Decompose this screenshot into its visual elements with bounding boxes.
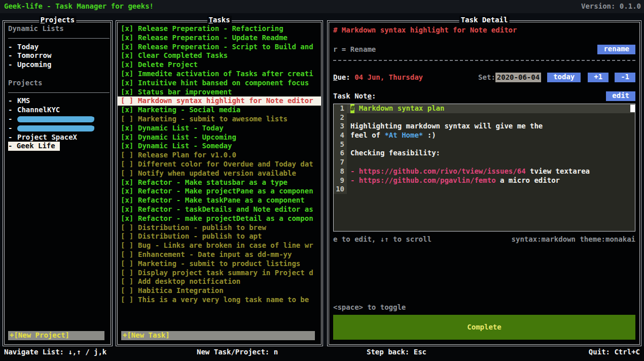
task-checkbox[interactable]: [x] bbox=[121, 106, 134, 115]
project-item[interactable]: -Tomorrow bbox=[5, 51, 111, 60]
task-checkbox[interactable]: [x] bbox=[121, 178, 134, 187]
editor-hint-right: syntax:markdown theme:monakai bbox=[512, 235, 635, 244]
projects-list: Dynamic Lists-Today-Tomorrow-UpcomingPro… bbox=[5, 22, 111, 344]
syntax-em-segment: *At Home* bbox=[384, 131, 423, 140]
task-item[interactable]: [x]Intuitive hint bansed on component fo… bbox=[118, 79, 321, 88]
task-item[interactable]: [x]Dynamic List - Upcoming bbox=[118, 133, 321, 142]
task-checkbox[interactable]: [x] bbox=[121, 43, 134, 52]
project-item[interactable]: - bbox=[5, 124, 111, 133]
task-checkbox[interactable]: [ ] bbox=[121, 269, 134, 278]
task-item[interactable]: [ ]Enhancement - Date input as dd-mm-yy bbox=[118, 250, 321, 259]
new-task-button[interactable]: +[New Task] bbox=[121, 331, 315, 340]
note-editor[interactable]: 1# Markdown syntax plan23Highlighting ma… bbox=[333, 104, 635, 232]
task-item[interactable]: [ ]Release Plan for v1.0.0 bbox=[118, 151, 321, 160]
task-label: This is a very very long task name to be bbox=[138, 296, 309, 304]
task-checkbox[interactable]: [ ] bbox=[121, 169, 134, 178]
task-checkbox[interactable]: [ ] bbox=[121, 296, 134, 305]
task-item[interactable]: [ ]Add desktop notification bbox=[118, 277, 321, 286]
task-item[interactable]: [x]Status bar improvement bbox=[118, 88, 321, 97]
due-label-value: Due: 04 Jun, Thursday bbox=[333, 73, 423, 82]
task-item[interactable]: [ ]Bug - Links are broken in case of lin… bbox=[118, 241, 321, 250]
task-checkbox[interactable]: [x] bbox=[121, 34, 134, 43]
project-bullet: - bbox=[8, 106, 17, 115]
task-checkbox[interactable]: [x] bbox=[121, 187, 134, 196]
project-label: Tomorrow bbox=[17, 51, 51, 59]
project-label: Upcoming bbox=[17, 60, 51, 69]
task-checkbox[interactable]: [ ] bbox=[121, 160, 134, 169]
task-item[interactable]: [x]Dynamic List - Someday bbox=[118, 142, 321, 151]
task-checkbox[interactable]: [ ] bbox=[121, 277, 134, 286]
project-item[interactable]: -Project SpaceX bbox=[5, 133, 111, 142]
task-checkbox[interactable]: [ ] bbox=[121, 151, 134, 160]
task-item[interactable]: [ ]Markdown syntax highlight for Note ed… bbox=[118, 96, 321, 106]
task-item[interactable]: [ ]Habitica Integration bbox=[118, 286, 321, 296]
task-checkbox[interactable]: [ ] bbox=[121, 286, 134, 296]
task-item[interactable]: [x]Clear Completed Tasks bbox=[118, 51, 321, 60]
task-item[interactable]: [ ]Marketing - submit to awesome lists bbox=[118, 115, 321, 124]
project-item[interactable]: -Upcoming bbox=[5, 60, 111, 70]
task-item[interactable]: [ ]Different color for Overdue and Today… bbox=[118, 160, 321, 169]
task-item[interactable]: [x]Release Preperation - Update Readme bbox=[118, 34, 321, 43]
task-checkbox[interactable]: [x] bbox=[121, 133, 134, 142]
task-checkbox[interactable]: [x] bbox=[121, 142, 134, 151]
task-checkbox[interactable]: [x] bbox=[121, 51, 134, 60]
syntax-plain-segment: a micro editor bbox=[496, 176, 560, 185]
task-item[interactable]: [x]Refactor - Make taskPane as a compone… bbox=[118, 196, 321, 205]
task-item[interactable]: [x]Marketing - Social media bbox=[118, 106, 321, 115]
task-item[interactable]: [x]Refactor - make projectDetail as a co… bbox=[118, 214, 321, 223]
project-bullet: - bbox=[8, 96, 17, 106]
project-item[interactable]: -ChannelKYC bbox=[5, 106, 111, 115]
task-checkbox[interactable]: [ ] bbox=[121, 259, 134, 269]
task-item[interactable]: [x]Dynamic List - Today bbox=[118, 124, 321, 133]
line-number: 3 bbox=[334, 122, 347, 131]
task-item[interactable]: [x]Refactor - Make statusbar as a type bbox=[118, 178, 321, 187]
task-detail-panel-title: Task Detail bbox=[459, 16, 510, 25]
task-item[interactable]: [x]Refactor - Make projectPane as a comp… bbox=[118, 187, 321, 196]
task-item[interactable]: [ ]Display project task summary in Proje… bbox=[118, 269, 321, 278]
task-checkbox[interactable]: [x] bbox=[121, 88, 134, 97]
edit-button[interactable]: edit bbox=[606, 91, 635, 101]
task-item[interactable]: [x]Immedite activation of Tasks after cr… bbox=[118, 70, 321, 79]
task-checkbox[interactable]: [x] bbox=[121, 24, 134, 34]
new-project-button[interactable]: +[New Project] bbox=[8, 331, 104, 340]
task-item[interactable]: [ ]This is a very very long task name to… bbox=[118, 296, 321, 305]
task-checkbox[interactable]: [x] bbox=[121, 124, 134, 133]
task-label: Release Preperation - Update Readme bbox=[138, 34, 288, 42]
task-item[interactable]: [x]Release Preperation - Script to Build… bbox=[118, 43, 321, 52]
project-item[interactable]: - Geek Life bbox=[5, 142, 111, 151]
task-label: Different color for Overdue and Today da… bbox=[138, 160, 313, 168]
complete-button[interactable]: Complete bbox=[333, 315, 635, 340]
task-item[interactable]: [ ]Distribution - publish to apt bbox=[118, 232, 321, 241]
task-checkbox[interactable]: [x] bbox=[121, 196, 134, 205]
task-item[interactable]: [x]Refactor - taskDetails and Note edito… bbox=[118, 205, 321, 214]
task-item[interactable]: [ ]Marketing - submit to product listing… bbox=[118, 259, 321, 269]
task-label: Notify when updated version available bbox=[138, 169, 296, 177]
task-checkbox[interactable]: [ ] bbox=[121, 223, 134, 233]
project-item[interactable]: -KMS bbox=[5, 96, 111, 106]
minus-one-button[interactable]: -1 bbox=[615, 73, 635, 82]
due-date-input[interactable]: 2020-06-04 bbox=[495, 73, 541, 82]
task-checkbox[interactable]: [x] bbox=[121, 205, 134, 214]
project-item[interactable]: - bbox=[5, 115, 111, 124]
project-item[interactable]: -Today bbox=[5, 43, 111, 52]
line-content: # Markdown syntax plan bbox=[347, 104, 635, 113]
task-checkbox[interactable]: [ ] bbox=[121, 115, 134, 124]
task-item[interactable]: [x]Release Preperation - Refactioring bbox=[118, 24, 321, 34]
task-checkbox[interactable]: [x] bbox=[121, 70, 134, 79]
task-checkbox[interactable]: [ ] bbox=[121, 232, 134, 241]
task-checkbox[interactable]: [ ] bbox=[121, 250, 134, 259]
plus-one-button[interactable]: +1 bbox=[588, 73, 609, 82]
task-item[interactable]: [x]Delete Project bbox=[118, 60, 321, 70]
task-checkbox[interactable]: [ ] bbox=[121, 241, 134, 250]
line-content bbox=[347, 158, 635, 167]
task-checkbox[interactable]: [ ] bbox=[121, 96, 134, 106]
task-checkbox[interactable]: [x] bbox=[121, 214, 134, 223]
task-checkbox[interactable]: [x] bbox=[121, 60, 134, 70]
task-checkbox[interactable]: [x] bbox=[121, 79, 134, 88]
today-button[interactable]: today bbox=[547, 73, 581, 82]
task-label: Release Preperation - Script to Build an… bbox=[138, 43, 313, 51]
line-number: 6 bbox=[334, 149, 347, 158]
task-item[interactable]: [ ]Distribution - publish to brew bbox=[118, 223, 321, 233]
task-item[interactable]: [ ]Notify when updated version available bbox=[118, 169, 321, 178]
rename-button[interactable]: rename bbox=[597, 45, 635, 54]
